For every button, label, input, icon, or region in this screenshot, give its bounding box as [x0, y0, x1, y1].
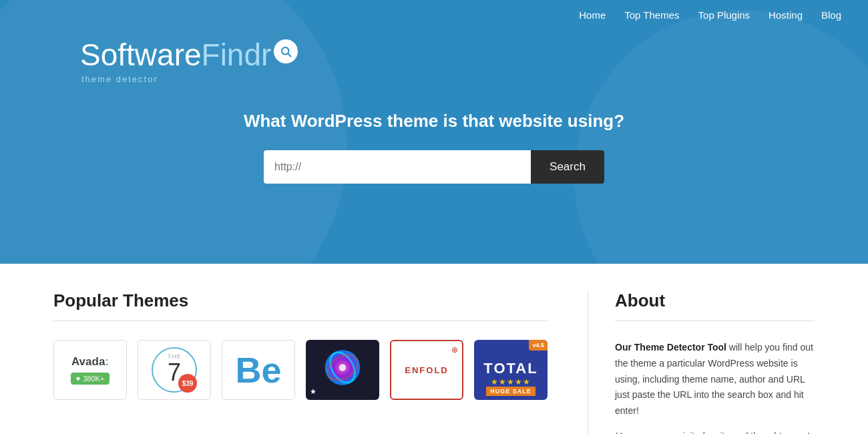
logo-tagline: theme detector	[80, 74, 158, 84]
popular-divider	[53, 320, 548, 321]
theme-nova[interactable]: ★	[306, 340, 379, 400]
hero-title: What WordPress theme is that website usi…	[0, 111, 868, 132]
about-strong: Our Theme Detector Tool	[615, 342, 726, 353]
search-row: Search	[0, 150, 868, 184]
themes-grid: Avada: ♥ 380K+ THE 7 $39 Be	[53, 340, 548, 400]
enfold-title: ENFOLD	[405, 365, 448, 375]
main-content: Popular Themes Avada: ♥ 380K+ THE 7 $39	[0, 264, 868, 434]
popular-themes-title: Popular Themes	[53, 290, 548, 311]
theme-betheme[interactable]: Be	[222, 340, 295, 400]
nav-top-plugins[interactable]: Top Plugins	[698, 9, 750, 21]
nav-hosting[interactable]: Hosting	[769, 9, 803, 21]
nav-blog[interactable]: Blog	[821, 9, 841, 21]
the7-circle: THE 7 $39	[152, 347, 197, 393]
theme-enfold[interactable]: ENFOLD ⊕	[390, 340, 463, 400]
nav-top-themes[interactable]: Top Themes	[624, 9, 679, 21]
theme-total[interactable]: v4.5 TOTAL ★★★★★ HUGE SALE	[474, 340, 548, 400]
the7-label: THE	[168, 353, 182, 360]
search-button[interactable]: Search	[531, 150, 604, 184]
avada-badge: ♥ 380K+	[71, 373, 110, 385]
about-section: About Our Theme Detector Tool will help …	[588, 290, 815, 434]
navbar: Home Top Themes Top Plugins Hosting Blog	[0, 0, 868, 30]
total-title: TOTAL	[483, 360, 537, 377]
svg-point-5	[339, 364, 347, 371]
about-title: About	[615, 290, 815, 311]
hero-section: Home Top Themes Top Plugins Hosting Blog…	[0, 0, 868, 264]
about-italic: Have you ever visited a site and thought…	[615, 429, 815, 434]
nova-swirl-icon	[319, 345, 366, 391]
about-divider	[615, 320, 815, 321]
search-icon	[280, 45, 292, 57]
nova-star-icon: ★	[310, 387, 316, 396]
avada-title: Avada:	[71, 355, 109, 369]
logo-findr: Findr	[202, 37, 272, 72]
url-input[interactable]	[264, 150, 531, 184]
svg-line-1	[288, 53, 291, 56]
logo-area: SoftwareFindr theme detector	[0, 37, 868, 84]
total-sale: HUGE SALE	[486, 387, 535, 396]
total-version: v4.5	[529, 340, 548, 351]
total-stars-icon: ★★★★★	[491, 377, 531, 387]
about-body: Our Theme Detector Tool will help you fi…	[615, 340, 815, 419]
enfold-plus-icon: ⊕	[451, 345, 458, 355]
theme-the7[interactable]: THE 7 $39	[138, 340, 211, 400]
logo-text: SoftwareFindr	[80, 37, 271, 73]
theme-avada[interactable]: Avada: ♥ 380K+	[53, 340, 127, 400]
popular-themes-section: Popular Themes Avada: ♥ 380K+ THE 7 $39	[53, 290, 548, 434]
betheme-letter: Be	[235, 352, 281, 388]
nav-home[interactable]: Home	[579, 9, 606, 21]
logo-software: Software	[80, 37, 202, 72]
logo-search-bubble	[274, 39, 298, 63]
the7-price: $39	[178, 374, 197, 393]
heart-icon: ♥	[76, 375, 81, 383]
